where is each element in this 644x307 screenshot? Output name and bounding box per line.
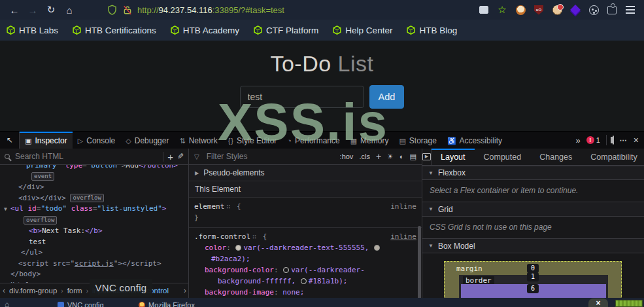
taskbar-window-firefox[interactable]: Mozilla Firefox xyxy=(139,299,195,307)
task-input[interactable] xyxy=(240,86,364,108)
markup-row-empty-div[interactable]: <div></div> overflow xyxy=(0,193,188,204)
form-control-rule[interactable]: .form-control∷ {inline color: var(--dark… xyxy=(189,228,422,307)
add-rule-icon[interactable]: + xyxy=(376,151,381,162)
cookie-extension-icon[interactable] xyxy=(588,4,600,16)
grid-section-header[interactable]: ▼Grid xyxy=(422,202,644,217)
tab-console[interactable]: ▷Console xyxy=(73,132,121,149)
markup-row-ul-open[interactable]: ▼<ul id="todo" class="list-unstyled"> xyxy=(0,204,188,215)
tab-layout[interactable]: Layout xyxy=(432,149,475,165)
markup-row-text-node[interactable]: test xyxy=(0,237,188,248)
color-swatch[interactable] xyxy=(374,245,380,251)
ublock-extension-icon[interactable]: uO xyxy=(533,4,545,16)
forward-button[interactable]: → xyxy=(24,2,42,18)
back-button[interactable]: ← xyxy=(5,2,24,18)
markup-row-script[interactable]: <script src="script.js"></script> xyxy=(0,259,188,270)
tab-changes[interactable]: Changes xyxy=(530,149,581,165)
tab-inspector[interactable]: ▣Inspector xyxy=(20,132,73,149)
more-tabs-chevron[interactable]: » xyxy=(575,135,580,145)
breadcrumb-item-form-group[interactable]: div.form-group xyxy=(9,287,57,295)
add-button[interactable]: Add xyxy=(369,85,405,109)
htb-cube-icon xyxy=(333,26,341,35)
url-bar[interactable]: http://94.237.54.116:33895/?#task=test xyxy=(106,4,478,16)
extensions-puzzle-icon[interactable] xyxy=(606,4,618,16)
tab-network[interactable]: ⇅Network xyxy=(174,132,222,149)
padding-top-value[interactable]: 6 xyxy=(527,284,539,293)
breadcrumb-scroll-right-icon[interactable]: › xyxy=(184,286,186,295)
bookmark-help-center[interactable]: Help Center xyxy=(333,26,392,35)
taskbar-home-icon[interactable]: ⌂ xyxy=(5,298,9,307)
css-prop-color[interactable]: color: var(--darkreader-text-555555, xyxy=(194,242,416,253)
markup-row-close-div[interactable]: </div> xyxy=(0,182,188,193)
markup-row-close-ul[interactable]: </ul> xyxy=(0,247,188,259)
bookmark-ctf-platform[interactable]: CTF Platform xyxy=(254,26,318,35)
css-prop-background-color-wrap[interactable]: background-ffffff, #181a1b); xyxy=(194,276,416,287)
breadcrumb-scroll-left-icon[interactable]: ‹ xyxy=(3,286,5,295)
tracking-shield-icon[interactable] xyxy=(106,4,118,16)
rule-source-link[interactable]: inline xyxy=(390,231,416,242)
url-text[interactable]: http://94.237.54.116:33895/?#task=test xyxy=(137,5,284,15)
boxmodel-section-header[interactable]: ▼Box Model xyxy=(422,238,644,253)
insecure-lock-icon[interactable] xyxy=(122,4,133,16)
devtools-menu-icon[interactable]: ⋯ xyxy=(620,136,628,145)
filter-styles-input[interactable] xyxy=(205,151,334,162)
color-swatch[interactable] xyxy=(301,278,307,284)
breadcrumb-item-form[interactable]: form xyxy=(67,287,82,295)
page-content: To-Do List Add xyxy=(0,41,644,131)
tab-style-editor[interactable]: { }Style Editor xyxy=(223,132,282,149)
css-prop-color-wrap[interactable]: #b2aca2); xyxy=(194,253,416,264)
margin-top-value[interactable]: 0 xyxy=(527,264,539,273)
split-console-icon[interactable] xyxy=(613,136,614,144)
home-button[interactable]: ⌂ xyxy=(60,2,78,18)
tab-computed[interactable]: Computed xyxy=(475,149,531,165)
color-swatch[interactable] xyxy=(235,245,241,251)
create-node-icon[interactable]: + xyxy=(167,151,173,162)
devtools-close-icon[interactable]: × xyxy=(634,135,639,145)
pseudo-class-toggle[interactable]: :hov xyxy=(340,153,354,160)
script-js-link[interactable]: script.js xyxy=(75,259,114,268)
flex-highlighter-icon[interactable]: ∷ xyxy=(250,233,258,240)
markup-row-overflow-badge[interactable]: overflow xyxy=(0,215,188,226)
eyedropper-icon[interactable]: ✎ xyxy=(177,152,184,161)
bookmark-htb-certifications[interactable]: HTB Certifications xyxy=(73,26,156,35)
bookmark-htb-academy[interactable]: HTB Academy xyxy=(171,26,239,35)
css-prop-background-color[interactable]: background-color: var(--darkreader- xyxy=(194,264,416,276)
bookmark-htb-labs[interactable]: HTB Labs xyxy=(7,26,58,35)
error-count-badge[interactable]: !1 xyxy=(586,136,600,144)
sidebar-toggle-icon[interactable]: ▶ xyxy=(422,149,432,165)
devtools-toolbar-right: » !1 ⋯ × xyxy=(570,132,644,149)
flex-highlighter-icon[interactable]: ∷ xyxy=(224,203,232,210)
taskbar-window-vnc-config[interactable]: VNC config xyxy=(58,299,104,307)
element-picker-icon[interactable]: ↖ xyxy=(0,132,20,149)
wappalyzer-extension-icon[interactable] xyxy=(569,4,581,16)
menu-hamburger-icon[interactable] xyxy=(624,4,636,16)
color-swatch[interactable] xyxy=(283,267,289,273)
reader-mode-icon[interactable] xyxy=(478,4,490,16)
vnc-close-button[interactable]: × xyxy=(588,298,608,307)
light-theme-icon[interactable]: ☀ xyxy=(387,153,394,161)
bookmark-htb-blog[interactable]: HTB Blog xyxy=(407,26,457,35)
twisty-expanded-icon[interactable]: ▼ xyxy=(4,204,10,215)
pseudo-elements-header[interactable]: ▶Pseudo-elements xyxy=(189,165,422,181)
search-html-input[interactable] xyxy=(14,151,159,162)
class-toggle[interactable]: .cls xyxy=(359,153,370,160)
tab-performance[interactable]: ◔Performance xyxy=(282,132,345,149)
rules-scrollbar[interactable] xyxy=(418,226,421,307)
tab-accessibility[interactable]: ♿Accessibility xyxy=(442,132,507,149)
border-top-value[interactable]: 1 xyxy=(527,272,539,281)
css-prop-background-image[interactable]: background-image: none; xyxy=(194,287,416,298)
tab-memory[interactable]: ▦Memory xyxy=(345,132,394,149)
reload-button[interactable]: ↻ xyxy=(42,2,60,18)
markup-row-event-badge[interactable]: event xyxy=(0,172,188,183)
print-media-icon[interactable]: ▤ xyxy=(410,153,416,161)
dark-theme-icon[interactable]: ◐ xyxy=(399,153,404,160)
element-inline-rule[interactable]: element∷ {inline } xyxy=(189,198,422,228)
markup-row-bold[interactable]: <b>Next Task:</b> xyxy=(0,226,188,237)
foxyproxy-extension-icon[interactable] xyxy=(515,4,526,16)
network-icon: ⇅ xyxy=(179,137,185,145)
tab-debugger[interactable]: ◇Debugger xyxy=(120,132,174,149)
bookmark-star-icon[interactable]: ☆ xyxy=(496,4,508,16)
flexbox-section-header[interactable]: ▼Flexbox xyxy=(422,166,644,181)
tab-compatibility[interactable]: Compatibility xyxy=(581,149,644,165)
useragent-extension-icon[interactable] xyxy=(551,4,563,16)
tab-storage[interactable]: ▤Storage xyxy=(394,132,441,149)
